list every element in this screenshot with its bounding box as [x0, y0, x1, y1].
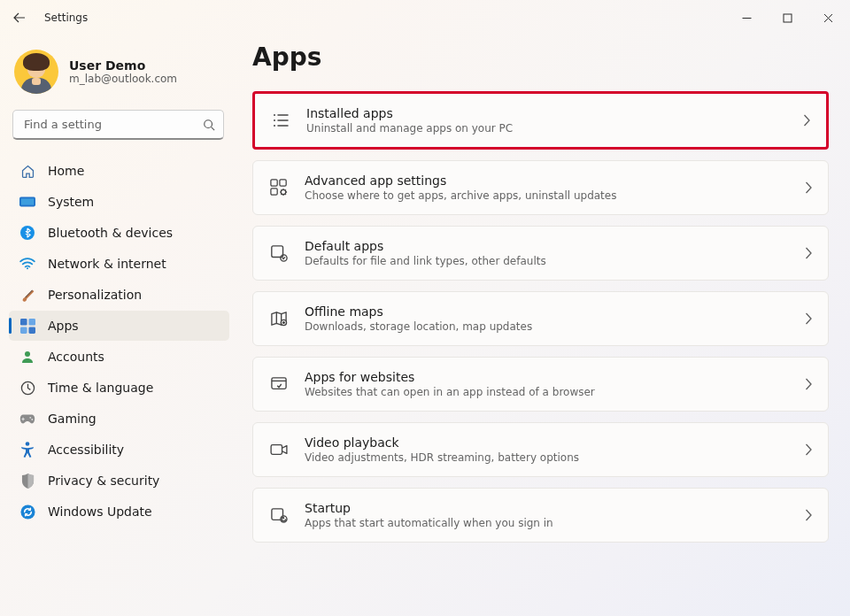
bluetooth-icon — [19, 226, 35, 240]
card-text: Advanced app settings Choose where to ge… — [305, 173, 789, 202]
card-text: Video playback Video adjustments, HDR st… — [305, 435, 789, 464]
minimize-icon — [742, 13, 752, 23]
accessibility-icon — [19, 442, 35, 458]
chevron-right-icon — [805, 378, 812, 390]
sidebar-item-label: Gaming — [48, 412, 97, 426]
svg-rect-0 — [784, 14, 792, 22]
card-title: Video playback — [305, 435, 789, 450]
svg-point-14 — [26, 442, 30, 446]
card-list: Installed apps Uninstall and manage apps… — [252, 91, 829, 543]
shield-icon — [19, 474, 35, 489]
svg-rect-27 — [271, 445, 282, 455]
chevron-right-icon — [803, 114, 810, 127]
card-installed-apps[interactable]: Installed apps Uninstall and manage apps… — [252, 91, 829, 150]
wifi-icon — [19, 258, 35, 270]
card-text: Offline maps Downloads, storage location… — [305, 304, 789, 333]
svg-point-17 — [274, 119, 275, 121]
sidebar-item-label: Apps — [48, 319, 79, 333]
card-desc: Downloads, storage location, map updates — [305, 320, 789, 333]
card-video-playback[interactable]: Video playback Video adjustments, HDR st… — [252, 422, 829, 477]
startup-icon — [269, 507, 289, 523]
sidebar-item-home[interactable]: Home — [9, 156, 229, 186]
chevron-right-icon — [805, 312, 812, 325]
card-text: Startup Apps that start automatically wh… — [305, 501, 789, 529]
chevron-right-icon — [805, 247, 812, 259]
map-icon — [269, 311, 289, 327]
svg-rect-21 — [271, 189, 277, 195]
card-desc: Defaults for file and link types, other … — [305, 255, 789, 267]
clock-globe-icon — [19, 381, 35, 396]
card-default-apps[interactable]: Default apps Defaults for file and link … — [252, 226, 829, 281]
card-title: Offline maps — [305, 304, 789, 319]
svg-point-13 — [31, 418, 33, 420]
card-text: Apps for websites Websites that can open… — [305, 370, 789, 398]
avatar — [14, 50, 58, 94]
sidebar-item-system[interactable]: System — [9, 187, 229, 217]
close-button[interactable] — [808, 0, 848, 35]
gamepad-icon — [19, 413, 35, 425]
card-advanced-app-settings[interactable]: Advanced app settings Choose where to ge… — [252, 160, 829, 215]
sidebar-item-gaming[interactable]: Gaming — [9, 404, 229, 434]
card-title: Installed apps — [306, 106, 787, 120]
card-desc: Uninstall and manage apps on your PC — [306, 122, 787, 135]
card-text: Default apps Defaults for file and link … — [305, 239, 789, 267]
sidebar-item-time[interactable]: Time & language — [9, 373, 229, 403]
search-input[interactable] — [12, 110, 224, 140]
apps-icon — [19, 319, 35, 334]
search-wrap — [12, 110, 224, 140]
user-name: User Demo — [69, 58, 177, 73]
nav: Home System Bluetooth & devices Network … — [9, 156, 229, 527]
browser-app-icon — [269, 376, 289, 392]
card-desc: Websites that can open in an app instead… — [305, 386, 789, 398]
card-title: Apps for websites — [305, 370, 789, 384]
chevron-right-icon — [805, 181, 812, 194]
sidebar-item-update[interactable]: Windows Update — [9, 497, 229, 527]
search-icon — [203, 119, 215, 131]
sidebar-item-label: Accounts — [48, 350, 104, 364]
titlebar: Settings — [0, 0, 850, 35]
main: Apps Installed apps Uninstall and manage… — [235, 35, 850, 616]
sidebar-item-label: Privacy & security — [48, 474, 159, 488]
minimize-button[interactable] — [726, 0, 767, 35]
chevron-right-icon — [805, 443, 812, 456]
window-controls — [726, 0, 848, 35]
sidebar-item-label: Accessibility — [48, 443, 124, 457]
user-email: m_lab@outlook.com — [69, 73, 177, 85]
sidebar-item-label: Home — [48, 164, 84, 178]
system-icon — [19, 196, 35, 208]
card-offline-maps[interactable]: Offline maps Downloads, storage location… — [252, 291, 829, 346]
brush-icon — [19, 288, 35, 303]
sidebar-item-label: Windows Update — [48, 504, 152, 519]
card-startup[interactable]: Startup Apps that start automatically wh… — [252, 488, 829, 543]
svg-rect-3 — [21, 198, 34, 204]
sidebar-item-apps[interactable]: Apps — [9, 311, 229, 341]
list-icon — [271, 112, 290, 128]
update-icon — [19, 504, 35, 520]
sidebar-item-personalization[interactable]: Personalization — [9, 280, 229, 310]
svg-rect-6 — [20, 319, 27, 326]
card-desc: Choose where to get apps, archive apps, … — [305, 189, 789, 202]
window-title: Settings — [44, 12, 88, 24]
sidebar-item-bluetooth[interactable]: Bluetooth & devices — [9, 218, 229, 248]
sidebar-item-network[interactable]: Network & internet — [9, 249, 229, 279]
sidebar: User Demo m_lab@outlook.com Home System … — [0, 35, 235, 616]
user-block[interactable]: User Demo m_lab@outlook.com — [9, 46, 229, 110]
sidebar-item-accounts[interactable]: Accounts — [9, 342, 229, 372]
sidebar-item-accessibility[interactable]: Accessibility — [9, 435, 229, 465]
video-icon — [269, 443, 289, 457]
svg-rect-9 — [28, 327, 35, 334]
svg-point-5 — [27, 267, 28, 269]
person-icon — [19, 350, 35, 364]
home-icon — [19, 164, 35, 179]
card-desc: Video adjustments, HDR streaming, batter… — [305, 451, 789, 464]
svg-point-16 — [274, 114, 275, 116]
sidebar-item-privacy[interactable]: Privacy & security — [9, 466, 229, 496]
svg-point-12 — [29, 416, 31, 418]
sidebar-item-label: Network & internet — [48, 257, 166, 271]
card-text: Installed apps Uninstall and manage apps… — [306, 106, 787, 135]
page-title: Apps — [252, 42, 829, 72]
back-button[interactable] — [7, 5, 32, 30]
maximize-icon — [783, 13, 792, 23]
maximize-button[interactable] — [767, 0, 808, 35]
card-apps-for-websites[interactable]: Apps for websites Websites that can open… — [252, 357, 829, 412]
